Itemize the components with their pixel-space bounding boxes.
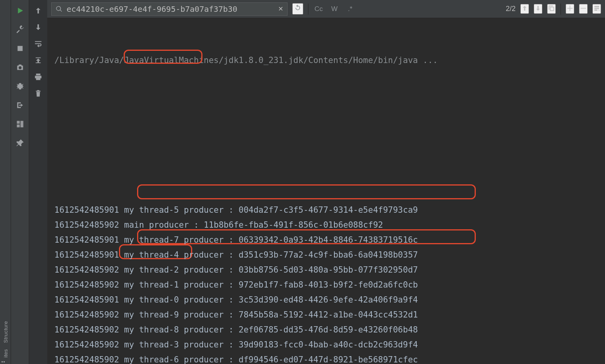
console-line: 1612542485902 main producer : 11b8b6fe-f… (54, 217, 605, 232)
next-match-button[interactable] (534, 4, 542, 14)
divider (560, 4, 561, 15)
structure-tab-label[interactable]: ites Structure (2, 321, 8, 358)
select-all-matches-button[interactable] (547, 4, 556, 14)
exit-button[interactable] (16, 101, 24, 110)
scroll-to-end-button[interactable] (34, 56, 43, 65)
scroll-down-button[interactable] (34, 23, 43, 32)
stop-button[interactable] (16, 44, 24, 53)
java-command-line: /Library/Java/JavaVirtualMachines/jdk1.8… (54, 53, 605, 68)
arrow-down-icon (34, 23, 43, 32)
prev-match-button[interactable] (520, 4, 529, 14)
scroll-to-end-icon (34, 56, 43, 65)
console-line: 1612542485902 my thread-9 producer : 784… (54, 307, 605, 322)
dump-threads-button[interactable] (16, 82, 24, 91)
remove-selection-icon (580, 5, 587, 12)
console-line: 1612542485901 my thread-4 producer : d35… (54, 247, 605, 262)
run-action-gutter (11, 0, 29, 364)
console-line: 1612542485902 my thread-2 producer : 03b… (54, 262, 605, 277)
whole-word-toggle[interactable]: W (329, 5, 340, 13)
stop-icon (16, 44, 24, 53)
console-panel: ec44210c-e697-4e4f-9695-b7a07af37b30 ✕ C… (47, 0, 605, 364)
console-output[interactable]: /Library/Java/JavaVirtualMachines/jdk1.8… (47, 18, 605, 364)
select-all-occurrences-button[interactable] (592, 4, 601, 14)
soft-wrap-button[interactable] (34, 39, 43, 48)
console-line: 1612542485902 my thread-1 producer : 972… (54, 277, 605, 292)
find-input-box[interactable]: ec44210c-e697-4e4f-9695-b7a07af37b30 ✕ (51, 2, 288, 16)
rerun-icon (294, 4, 302, 12)
match-case-toggle[interactable]: Cc (313, 5, 324, 13)
rerun-search-button[interactable] (292, 3, 303, 15)
settings-button[interactable] (16, 25, 24, 34)
select-occurrences-icon (593, 5, 600, 12)
edge-toolwindow-strip[interactable]: ites Structure (0, 0, 11, 364)
camera-icon (16, 63, 24, 72)
toolwindow-dots-icon (2, 361, 5, 362)
pin-icon (16, 139, 24, 147)
select-all-icon (548, 5, 555, 12)
console-line: 1612542485901 my thread-7 producer : 063… (54, 232, 605, 247)
console-line: 1612542485902 my thread-8 producer : 2ef… (54, 322, 605, 337)
layout-icon (16, 120, 24, 128)
arrow-up-icon (34, 6, 43, 15)
arrow-up-icon (521, 5, 528, 12)
pin-button[interactable] (16, 139, 24, 147)
annotation-box (137, 184, 476, 199)
arrow-down-icon (534, 5, 542, 12)
print-button[interactable] (34, 72, 43, 81)
regex-toggle[interactable]: .* (345, 5, 356, 13)
layout-button[interactable] (16, 120, 24, 128)
bug-icon (16, 82, 24, 91)
soft-wrap-icon (34, 39, 43, 48)
trash-icon (34, 89, 43, 98)
print-icon (34, 72, 43, 81)
remove-selection-button[interactable] (579, 4, 588, 14)
wrench-icon (16, 25, 24, 34)
screenshot-button[interactable] (16, 63, 24, 72)
find-query-text[interactable]: ec44210c-e697-4e4f-9695-b7a07af37b30 (67, 4, 274, 14)
console-line: 1612542485901 my thread-0 producer : 3c5… (54, 292, 605, 307)
exit-icon (16, 101, 24, 110)
clear-button[interactable] (34, 89, 43, 98)
divider (308, 4, 308, 15)
search-icon (56, 6, 63, 13)
run-button[interactable] (16, 6, 24, 15)
find-bar: ec44210c-e697-4e4f-9695-b7a07af37b30 ✕ C… (47, 0, 605, 18)
scroll-up-button[interactable] (34, 6, 43, 15)
console-line: 1612542485902 my thread-6 producer : df9… (54, 352, 605, 364)
add-selection-button[interactable] (566, 4, 574, 14)
console-line: 1612542485902 my thread-3 producer : 39d… (54, 337, 605, 352)
clear-search-icon[interactable]: ✕ (278, 5, 283, 13)
console-line: 1612542485901 my thread-5 producer : 004… (54, 202, 605, 217)
play-icon (16, 6, 24, 15)
match-count: 2/2 (506, 5, 516, 13)
add-selection-icon (566, 5, 573, 12)
console-action-gutter (29, 0, 47, 364)
svg-rect-0 (17, 46, 22, 51)
